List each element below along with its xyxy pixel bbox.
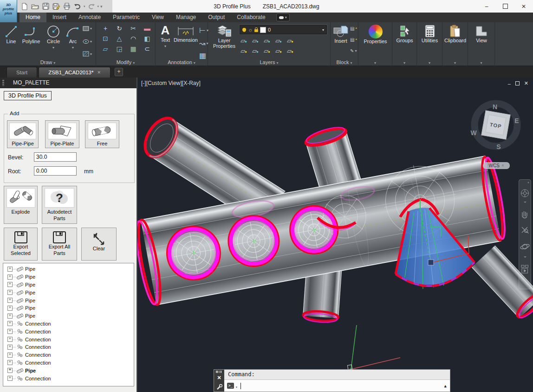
expand-history-icon[interactable] (444, 384, 447, 388)
command-close-icon[interactable]: ✕ (217, 375, 221, 381)
ribbon-display-toggle[interactable]: ▾ (276, 13, 290, 21)
undo-button[interactable] (72, 1, 83, 12)
expand-icon[interactable] (7, 353, 13, 358)
arc-tool[interactable]: Arc▾ (64, 25, 82, 50)
plot-button[interactable] (62, 1, 72, 12)
clipboard-button[interactable]: Clipboard (442, 25, 468, 43)
stretch-icon[interactable]: ▱ (99, 45, 112, 53)
layer-select[interactable]: ☼ 0 ▾ (240, 25, 327, 34)
pipe-plate-button[interactable]: Pipe-Plate (45, 120, 79, 148)
layer-off-icon[interactable]: ▱● (240, 38, 249, 44)
pipe-pipe-button[interactable]: Pipe-Pipe (7, 120, 39, 148)
groups-panel-label[interactable]: ▾ (392, 59, 416, 65)
ribbon-tab-annotate[interactable]: Annotate (72, 13, 107, 22)
text-tool[interactable]: A Text▾ (157, 23, 173, 48)
insert-block-button[interactable]: Insert (332, 24, 350, 44)
view-panel-label[interactable]: ▾ (468, 59, 494, 65)
tab-start[interactable]: Start (6, 67, 37, 78)
expand-icon[interactable] (7, 267, 13, 272)
layer-thaw-icon[interactable]: ▱● (264, 48, 272, 54)
command-window[interactable]: ✕ Command: (214, 369, 450, 392)
tree-item-connection[interactable]: Connection (3, 343, 134, 351)
explode-button[interactable]: Explode (4, 186, 38, 224)
fillet-icon[interactable]: ◠ (127, 34, 140, 43)
drawing-viewport[interactable]: [-][Custom View][X-Ray] – ✕ N E W S TOP … (137, 78, 533, 392)
tree-item-pipe[interactable]: Pipe (3, 312, 134, 320)
view-button[interactable]: View (468, 25, 495, 43)
ribbon-tab-home[interactable]: Home (20, 13, 46, 22)
ribbon-tab-collaborate[interactable]: Collaborate (231, 13, 271, 22)
ribbon-tab-insert[interactable]: Insert (46, 13, 72, 22)
utilities-panel-label[interactable]: ▾ (417, 59, 442, 65)
navigation-bar[interactable] (519, 179, 531, 289)
layer-isolate-icon[interactable]: ▱● (252, 38, 260, 44)
ribbon-tab-manage[interactable]: Manage (170, 13, 202, 22)
layer-merge-icon[interactable]: ▱● (287, 48, 295, 54)
root-input[interactable] (34, 166, 77, 176)
line-tool[interactable]: Line (2, 25, 20, 44)
customize-quick-access-button[interactable]: ▾ (100, 4, 103, 9)
rectangle-tool[interactable]: ▾ (83, 26, 92, 31)
palette-title-bar[interactable]: MO_PALETTE (0, 78, 136, 88)
minimize-button[interactable]: – (477, 0, 496, 13)
expand-icon[interactable] (7, 298, 13, 303)
edit-attribute-tool[interactable]: ▤* (350, 26, 357, 31)
dimension-tool[interactable]: Dimension (173, 23, 198, 43)
properties-panel-label[interactable]: ▾ (358, 59, 392, 65)
tree-item-pipe[interactable]: Pipe (3, 288, 134, 296)
save-button[interactable] (40, 1, 51, 12)
ribbon-tab-view[interactable]: View (146, 13, 170, 22)
utilities-button[interactable]: Utilities (417, 25, 442, 43)
command-history[interactable]: Command: (224, 370, 450, 380)
tree-item-connection[interactable]: Connection (3, 374, 134, 382)
draw-panel-label[interactable]: Draw ▾ (0, 59, 96, 65)
new-file-button[interactable] (19, 1, 29, 12)
expand-icon[interactable] (7, 290, 13, 295)
new-tab-button[interactable]: + (115, 68, 123, 76)
tree-item-pipe[interactable]: Pipe (3, 265, 134, 273)
expand-icon[interactable] (7, 329, 13, 334)
viewport-restore-button[interactable] (515, 81, 520, 85)
undo-dropdown[interactable]: ▾ (84, 5, 85, 8)
expand-icon[interactable] (7, 376, 13, 381)
layer-unlock-icon[interactable]: ▱● (275, 48, 284, 54)
define-attribute-tool[interactable]: ▤* (350, 37, 357, 42)
redo-button[interactable] (86, 1, 97, 12)
command-drag-grip[interactable] (216, 371, 222, 373)
layer-make-current-icon[interactable]: ▱● (287, 38, 295, 44)
tree-item-pipe[interactable]: Pipe (3, 296, 134, 304)
clipboard-panel-label[interactable]: ▾ (442, 59, 468, 65)
command-prompt-icon[interactable] (227, 383, 234, 389)
viewport-close-button[interactable]: ✕ (524, 80, 528, 86)
layer-properties-button[interactable]: Layer Properties (210, 24, 239, 49)
tab-drawing[interactable]: ZSB1_ACAD2013*✕ (39, 67, 110, 78)
close-tab-icon[interactable]: ✕ (97, 67, 101, 78)
expand-icon[interactable] (7, 337, 13, 342)
layer-lock-icon[interactable]: ▱● (275, 38, 284, 44)
rotate-icon[interactable]: ↻ (113, 24, 126, 33)
wcs-selector[interactable]: WCS≡ (483, 162, 510, 169)
clear-button[interactable]: Clear (81, 228, 117, 261)
layers-panel-label[interactable]: Layers ▾ (208, 59, 330, 65)
viewport-minimize-button[interactable]: – (508, 81, 511, 86)
copy-icon[interactable]: ⊡ (99, 34, 112, 43)
tree-item-connection[interactable]: Connection (3, 359, 134, 367)
mirror-icon[interactable]: △ (113, 34, 126, 43)
groups-button[interactable]: Groups (392, 25, 417, 43)
tree-item-pipe[interactable]: Pipe (3, 304, 134, 312)
expand-icon[interactable] (7, 321, 13, 326)
multileader-tool[interactable]: ⊢▾ (199, 26, 208, 35)
ribbon-tab-output[interactable]: Output (202, 13, 231, 22)
expand-icon[interactable] (7, 274, 13, 280)
expand-icon[interactable] (7, 282, 13, 287)
modify-panel-label[interactable]: Modify ▾ (96, 59, 155, 65)
close-button[interactable]: ✕ (514, 0, 533, 13)
scale-icon[interactable]: ◲ (113, 45, 126, 53)
circle-tool[interactable]: Circle▾ (43, 25, 64, 50)
command-input[interactable] (224, 380, 450, 392)
tree-item-connection[interactable]: Connection (3, 327, 134, 335)
app-logo[interactable]: 3D profile plus (0, 0, 17, 22)
open-file-button[interactable] (30, 1, 40, 12)
view-cube[interactable]: N E W S TOP (467, 96, 525, 154)
free-button[interactable]: Free (85, 120, 119, 148)
